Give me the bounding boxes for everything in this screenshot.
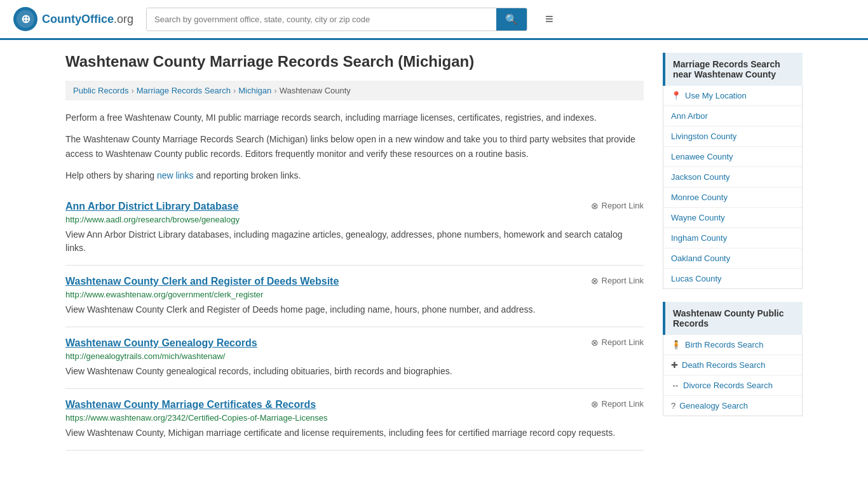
logo-text: CountyOffice.org xyxy=(42,13,133,26)
sidebar-nearby-links: 📍 Use My Location Ann ArborLivingston Co… xyxy=(663,86,803,289)
result-desc-3: View Washtenaw County, Michigan marriage… xyxy=(65,426,644,440)
breadcrumb-sep-1: › xyxy=(131,86,133,95)
result-title-2[interactable]: Washtenaw County Genealogy Records xyxy=(65,337,257,349)
sidebar-nearby-title: Marriage Records Search near Washtenaw C… xyxy=(663,53,803,86)
public-record-item-3: ? Genealogy Search xyxy=(663,396,802,416)
public-record-icon-0: 🧍 xyxy=(671,340,681,349)
nearby-link-5[interactable]: Wayne County xyxy=(671,213,725,222)
new-links-link[interactable]: new links xyxy=(157,170,194,180)
result-desc-1: View Washtenaw County Clerk and Register… xyxy=(65,303,644,316)
nearby-link-7[interactable]: Oakland County xyxy=(671,254,730,263)
report-link-3[interactable]: ⊗ Report Link xyxy=(591,399,644,409)
result-title-1[interactable]: Washtenaw County Clerk and Register of D… xyxy=(65,276,339,287)
nearby-link-1[interactable]: Livingston County xyxy=(671,132,736,141)
breadcrumb-washtenaw: Washtenaw County xyxy=(280,86,351,95)
nearby-link-item-1: Livingston County xyxy=(663,126,802,147)
menu-button[interactable]: ≡ xyxy=(540,8,559,30)
public-record-item-1: ✚ Death Records Search xyxy=(663,355,802,376)
logo-icon: ⊕ xyxy=(13,6,38,32)
sidebar-public-records-links: 🧍 Birth Records Search ✚ Death Records S… xyxy=(663,335,803,416)
nearby-link-item-5: Wayne County xyxy=(663,208,802,228)
sidebar-use-location[interactable]: 📍 Use My Location xyxy=(663,86,802,106)
result-url-1: http://www.ewashtenaw.org/government/cle… xyxy=(65,290,644,299)
logo-area: ⊕ CountyOffice.org xyxy=(13,6,133,32)
report-link-0[interactable]: ⊗ Report Link xyxy=(591,201,644,211)
report-icon-0: ⊗ xyxy=(591,201,599,211)
nearby-link-item-3: Jackson County xyxy=(663,167,802,187)
result-url-0: http://www.aadl.org/research/browse/gene… xyxy=(65,215,644,224)
nearby-link-8[interactable]: Lucas County xyxy=(671,274,722,283)
result-card-1: Washtenaw County Clerk and Register of D… xyxy=(65,266,644,327)
report-icon-2: ⊗ xyxy=(591,337,599,348)
nearby-link-3[interactable]: Jackson County xyxy=(671,172,730,182)
public-record-link-0[interactable]: Birth Records Search xyxy=(685,340,764,349)
svg-text:⊕: ⊕ xyxy=(21,13,31,25)
search-input[interactable] xyxy=(147,8,496,30)
breadcrumb: Public Records › Marriage Records Search… xyxy=(65,81,644,100)
public-record-link-3[interactable]: Genealogy Search xyxy=(679,401,748,410)
main-layout: Washtenaw County Marriage Records Search… xyxy=(53,40,815,463)
result-desc-0: View Ann Arbor District Library database… xyxy=(65,228,644,255)
desc3-suffix: and reporting broken links. xyxy=(194,170,301,180)
sidebar-public-records-title: Washtenaw County Public Records xyxy=(663,302,803,335)
description-1: Perform a free Washtenaw County, MI publ… xyxy=(65,111,644,125)
report-label-3: Report Link xyxy=(602,399,644,409)
public-record-icon-3: ? xyxy=(671,401,675,410)
nearby-link-item-8: Lucas County xyxy=(663,269,802,288)
page-title: Washtenaw County Marriage Records Search… xyxy=(65,53,644,71)
report-link-2[interactable]: ⊗ Report Link xyxy=(591,337,644,348)
desc3-prefix: Help others by sharing xyxy=(65,170,157,180)
sidebar: Marriage Records Search near Washtenaw C… xyxy=(663,53,803,451)
nearby-link-2[interactable]: Lenawee County xyxy=(671,152,733,161)
report-label-1: Report Link xyxy=(602,276,644,285)
search-container: 🔍 xyxy=(146,8,527,31)
report-link-1[interactable]: ⊗ Report Link xyxy=(591,276,644,286)
report-label-0: Report Link xyxy=(602,201,644,210)
use-my-location-link[interactable]: Use My Location xyxy=(685,91,747,100)
location-icon: 📍 xyxy=(671,91,681,100)
content-area: Washtenaw County Marriage Records Search… xyxy=(65,53,644,451)
breadcrumb-sep-2: › xyxy=(233,86,236,95)
result-card-2: Washtenaw County Genealogy Records ⊗ Rep… xyxy=(65,327,644,389)
report-icon-3: ⊗ xyxy=(591,399,599,409)
search-button[interactable]: 🔍 xyxy=(496,8,527,30)
nearby-link-item-0: Ann Arbor xyxy=(663,106,802,126)
result-title-3[interactable]: Washtenaw County Marriage Certificates &… xyxy=(65,399,316,410)
description-2: The Washtenaw County Marriage Records Se… xyxy=(65,132,644,161)
nearby-link-0[interactable]: Ann Arbor xyxy=(671,111,708,121)
result-card-3: Washtenaw County Marriage Certificates &… xyxy=(65,389,644,451)
result-desc-2: View Washtenaw County genealogical recor… xyxy=(65,365,644,378)
nearby-link-6[interactable]: Ingham County xyxy=(671,233,727,243)
public-record-link-1[interactable]: Death Records Search xyxy=(682,360,766,370)
public-records-list: 🧍 Birth Records Search ✚ Death Records S… xyxy=(663,335,802,416)
nearby-link-item-6: Ingham County xyxy=(663,228,802,248)
public-record-item-2: ↔ Divorce Records Search xyxy=(663,376,802,396)
results-container: Ann Arbor District Library Database ⊗ Re… xyxy=(65,191,644,451)
report-icon-1: ⊗ xyxy=(591,276,599,286)
public-record-item-0: 🧍 Birth Records Search xyxy=(663,335,802,355)
result-title-0[interactable]: Ann Arbor District Library Database xyxy=(65,201,238,212)
result-url-3: https://www.washtenaw.org/2342/Certified… xyxy=(65,413,644,423)
nearby-link-item-7: Oakland County xyxy=(663,248,802,269)
report-label-2: Report Link xyxy=(602,337,644,347)
description-3: Help others by sharing new links and rep… xyxy=(65,168,644,182)
public-record-link-2[interactable]: Divorce Records Search xyxy=(683,381,773,390)
nearby-link-item-4: Monroe County xyxy=(663,187,802,208)
result-card-0: Ann Arbor District Library Database ⊗ Re… xyxy=(65,191,644,266)
nearby-links-list: Ann ArborLivingston CountyLenawee County… xyxy=(663,106,802,288)
public-record-icon-2: ↔ xyxy=(671,381,679,390)
nearby-link-4[interactable]: Monroe County xyxy=(671,193,728,202)
nearby-link-item-2: Lenawee County xyxy=(663,147,802,167)
header: ⊕ CountyOffice.org 🔍 ≡ xyxy=(0,0,868,40)
breadcrumb-marriage-records[interactable]: Marriage Records Search xyxy=(137,86,231,95)
public-record-icon-1: ✚ xyxy=(671,360,678,370)
breadcrumb-public-records[interactable]: Public Records xyxy=(73,86,128,95)
breadcrumb-michigan[interactable]: Michigan xyxy=(238,86,271,95)
breadcrumb-sep-3: › xyxy=(274,86,276,95)
result-url-2: http://genealogytrails.com/mich/washtena… xyxy=(65,351,644,361)
